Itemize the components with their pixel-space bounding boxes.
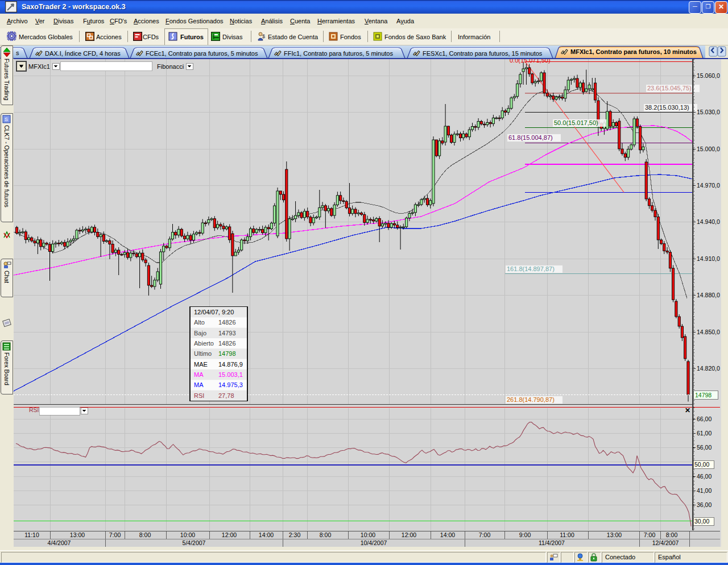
svg-text:13:00: 13:00 — [607, 531, 622, 538]
svg-text:12/04/07, 9:20: 12/04/07, 9:20 — [194, 309, 234, 315]
svg-text:14.975,3: 14.975,3 — [218, 381, 243, 388]
svg-text:11/4/2007: 11/4/2007 — [539, 539, 565, 546]
svg-text:14793: 14793 — [218, 330, 236, 336]
svg-text:15.060,0: 15.060,0 — [697, 72, 720, 79]
svg-text:$: $ — [262, 34, 265, 39]
svg-text:14.876,9: 14.876,9 — [218, 361, 243, 368]
svg-text:15.030,0: 15.030,0 — [697, 109, 720, 115]
svg-text:RSI: RSI — [29, 406, 39, 413]
svg-text:4/4/2007: 4/4/2007 — [48, 539, 71, 546]
svg-text:10/4/2007: 10/4/2007 — [361, 539, 387, 546]
svg-text:FFIc1, Contrato para futuros,: FFIc1, Contrato para futuros, 5 minutos — [284, 50, 393, 57]
svg-text:Abierto: Abierto — [194, 340, 214, 347]
svg-text:Ultimo: Ultimo — [194, 350, 212, 357]
svg-text:14798: 14798 — [695, 392, 712, 398]
svg-text:61.8(15.004,87): 61.8(15.004,87) — [508, 134, 553, 141]
svg-text:0.0(15.071,50): 0.0(15.071,50) — [510, 59, 551, 64]
svg-text:FESXc1, Contrato para futuros,: FESXc1, Contrato para futuros, 15 minuto… — [423, 50, 543, 57]
svg-text:8:00: 8:00 — [139, 531, 151, 538]
svg-text:15.003,1: 15.003,1 — [218, 371, 243, 378]
svg-text:13:00: 13:00 — [70, 531, 85, 538]
svg-text:7:00: 7:00 — [479, 531, 491, 538]
svg-text:14.850,0: 14.850,0 — [697, 329, 720, 335]
svg-text:5/4/2007: 5/4/2007 — [183, 539, 206, 546]
svg-text:9:00: 9:00 — [519, 531, 531, 538]
svg-text:14826: 14826 — [218, 340, 236, 347]
svg-text:14.910,0: 14.910,0 — [697, 255, 720, 262]
svg-text:14826: 14826 — [218, 319, 236, 326]
svg-text:12/4/2007: 12/4/2007 — [652, 539, 679, 546]
svg-text:61,00: 61,00 — [697, 430, 712, 437]
svg-text:161.8(14.897,87): 161.8(14.897,87) — [507, 265, 555, 272]
svg-text:MFXIc1: MFXIc1 — [28, 63, 50, 70]
svg-text:MA: MA — [194, 381, 204, 388]
svg-text:261.8(14.790,87): 261.8(14.790,87) — [507, 396, 555, 403]
svg-text:14:00: 14:00 — [440, 531, 455, 538]
svg-text:s: s — [16, 49, 19, 56]
svg-text:12:00: 12:00 — [402, 531, 416, 538]
svg-text:2:30: 2:30 — [289, 531, 301, 538]
svg-text:14.970,0: 14.970,0 — [697, 182, 720, 189]
svg-text:RSI: RSI — [194, 392, 204, 399]
svg-text:MAE: MAE — [194, 361, 208, 368]
svg-text:46,00: 46,00 — [697, 473, 712, 480]
svg-text:7:00: 7:00 — [109, 531, 121, 538]
svg-text:36,00: 36,00 — [697, 501, 712, 508]
svg-text:11:00: 11:00 — [560, 531, 574, 538]
svg-text:27,78: 27,78 — [218, 392, 234, 399]
svg-text:DAX.I, Índice CFD, 4 horas: DAX.I, Índice CFD, 4 horas — [45, 50, 121, 57]
svg-text:✕: ✕ — [685, 406, 690, 414]
svg-text:30,00: 30,00 — [694, 518, 709, 525]
svg-text:12:00: 12:00 — [222, 531, 237, 538]
svg-text:8:00: 8:00 — [320, 531, 332, 538]
svg-text:14.940,0: 14.940,0 — [697, 218, 720, 225]
svg-text:MFXIc1, Contrato para futuros,: MFXIc1, Contrato para futuros, 10 minuto… — [570, 48, 697, 55]
svg-text:50,00: 50,00 — [694, 461, 709, 468]
svg-text:10:00: 10:00 — [180, 531, 195, 538]
svg-text:14.820,0: 14.820,0 — [697, 365, 720, 372]
svg-text:56,00: 56,00 — [697, 444, 712, 451]
svg-text:Bajo: Bajo — [194, 330, 206, 336]
svg-text:15.000,0: 15.000,0 — [697, 146, 720, 152]
svg-text:38.2(15.030,13): 38.2(15.030,13) — [645, 104, 689, 111]
svg-text:14:00: 14:00 — [259, 531, 274, 538]
svg-text:66,00: 66,00 — [697, 416, 712, 422]
svg-text:Alto: Alto — [194, 319, 205, 326]
svg-text:Fibonacci: Fibonacci — [157, 63, 184, 70]
svg-text:FCEc1, Contrato para futuros,: FCEc1, Contrato para futuros, 5 minutos — [146, 50, 258, 57]
svg-text:41,00: 41,00 — [697, 487, 712, 494]
svg-text:23.6(15.045,75): 23.6(15.045,75) — [647, 85, 692, 92]
svg-text:10:00: 10:00 — [361, 531, 375, 538]
svg-text:14.880,0: 14.880,0 — [697, 292, 720, 298]
svg-text:50.0(15.017,50): 50.0(15.017,50) — [554, 119, 598, 126]
svg-text:14798: 14798 — [218, 350, 236, 357]
svg-text:7:00: 7:00 — [644, 531, 656, 538]
svg-text:11:10: 11:10 — [24, 531, 39, 538]
svg-text:8:00: 8:00 — [666, 531, 678, 538]
svg-text:MA: MA — [194, 371, 204, 378]
